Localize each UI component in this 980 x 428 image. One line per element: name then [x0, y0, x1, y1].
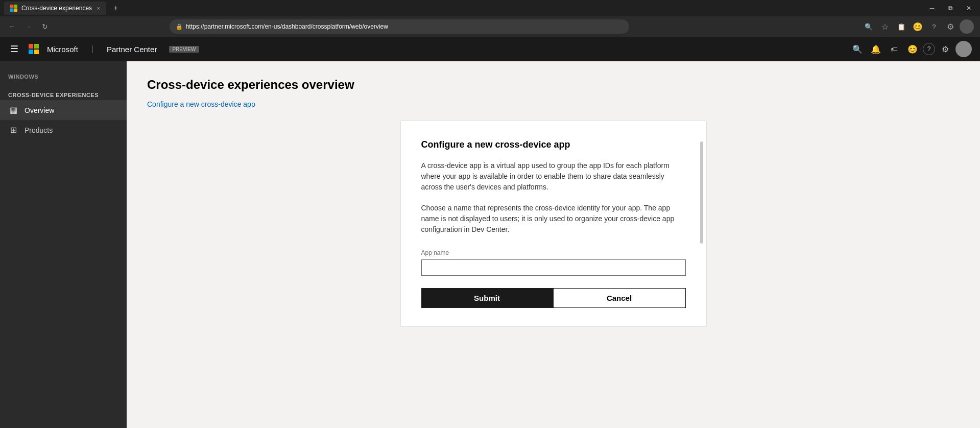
forward-button[interactable]: → — [22, 20, 35, 33]
refresh-button[interactable]: ↻ — [39, 20, 51, 33]
button-row: Submit Cancel — [421, 288, 686, 308]
sidebar-section-cross: CROSS-DEVICE EXPERIENCES — [0, 88, 127, 100]
window-close-icon[interactable]: ✕ — [962, 1, 976, 15]
svg-rect-4 — [29, 44, 33, 49]
sidebar-item-products-label: Products — [25, 126, 53, 134]
sidebar-section-windows: WINDOWS — [0, 69, 127, 82]
content-area: Cross-device experiences overview Config… — [127, 61, 980, 428]
svg-rect-3 — [14, 9, 18, 12]
zoom-icon[interactable]: 🔍 — [862, 19, 876, 34]
svg-rect-1 — [14, 5, 18, 8]
brand-tag: PREVIEW — [169, 46, 199, 53]
emoji-icon[interactable]: 😊 — [904, 41, 921, 57]
app-name-input[interactable] — [421, 259, 686, 276]
microsoft-logo — [29, 44, 39, 54]
sidebar-item-products[interactable]: ⊞ Products — [0, 120, 127, 140]
sidebar: WINDOWS CROSS-DEVICE EXPERIENCES ▦ Overv… — [0, 61, 127, 428]
notification-icon[interactable]: 🔔 — [868, 41, 884, 57]
cancel-button[interactable]: Cancel — [553, 288, 686, 308]
svg-rect-7 — [34, 50, 39, 54]
modal-title: Configure a new cross-device app — [421, 139, 686, 150]
browser-toolbar: 🔍 ☆ 📋 😊 ? ⚙ — [862, 19, 974, 34]
back-button[interactable]: ← — [6, 20, 18, 33]
svg-rect-6 — [29, 50, 33, 54]
tab-close-icon[interactable]: × — [97, 5, 100, 11]
top-nav-icons: 🔍 🔔 🏷 😊 ? ⚙ — [849, 41, 972, 57]
browser-tab[interactable]: Cross-device experiences × — [4, 2, 106, 15]
scrollbar[interactable] — [700, 141, 703, 244]
minimize-icon[interactable]: ─ — [925, 1, 939, 15]
help-circle-icon[interactable]: ? — [923, 43, 935, 55]
tab-favicon — [10, 5, 17, 12]
sidebar-item-overview[interactable]: ▦ Overview — [0, 100, 127, 120]
modal-description-1: A cross-device app is a virtual app used… — [421, 160, 686, 193]
brand-name: Microsoft — [47, 45, 78, 54]
search-icon[interactable]: 🔍 — [849, 41, 866, 57]
main-layout: WINDOWS CROSS-DEVICE EXPERIENCES ▦ Overv… — [0, 61, 980, 428]
user-profile-icon[interactable] — [960, 19, 974, 34]
tab-label: Cross-device experiences — [21, 5, 92, 12]
address-bar[interactable]: 🔒 https://partner.microsoft.com/en-us/da… — [170, 19, 629, 34]
badge-icon[interactable]: 🏷 — [886, 41, 902, 57]
settings-icon[interactable]: ⚙ — [937, 41, 953, 57]
hamburger-menu-icon[interactable]: ☰ — [8, 41, 20, 57]
modal-card: Configure a new cross-device app A cross… — [400, 121, 707, 327]
modal-description-2: Choose a name that represents the cross-… — [421, 203, 686, 235]
sidebar-item-overview-label: Overview — [25, 106, 54, 114]
avatar[interactable] — [955, 41, 972, 57]
configure-link[interactable]: Configure a new cross-device app — [147, 100, 960, 108]
products-icon: ⊞ — [8, 125, 18, 135]
app-name-label: App name — [421, 249, 686, 256]
extensions-icon[interactable]: ⚙ — [943, 19, 958, 34]
submit-button[interactable]: Submit — [421, 288, 553, 308]
collections-icon[interactable]: 📋 — [894, 19, 909, 34]
restore-icon[interactable]: ⧉ — [943, 1, 958, 15]
browser-controls: ← → ↻ 🔒 https://partner.microsoft.com/en… — [0, 16, 980, 37]
overview-icon: ▦ — [8, 105, 18, 115]
browser-titlebar: Cross-device experiences × + ─ ⧉ ✕ — [0, 0, 980, 16]
app-container: ☰ Microsoft | Partner Center PREVIEW 🔍 🔔… — [0, 37, 980, 428]
page-title: Cross-device experiences overview — [147, 78, 960, 92]
profile-menu-icon[interactable]: 😊 — [911, 19, 925, 34]
svg-rect-0 — [10, 5, 14, 8]
svg-rect-5 — [34, 44, 39, 49]
brand-divider: | — [91, 44, 93, 54]
brand-product: Partner Center — [107, 45, 157, 54]
help-icon[interactable]: ? — [927, 19, 941, 34]
new-tab-button[interactable]: + — [110, 4, 121, 13]
top-nav: ☰ Microsoft | Partner Center PREVIEW 🔍 🔔… — [0, 37, 980, 61]
url-text: https://partner.microsoft.com/en-us/dash… — [186, 23, 388, 30]
star-icon[interactable]: ☆ — [878, 19, 892, 34]
lock-icon: 🔒 — [176, 23, 183, 30]
svg-rect-2 — [10, 9, 14, 12]
